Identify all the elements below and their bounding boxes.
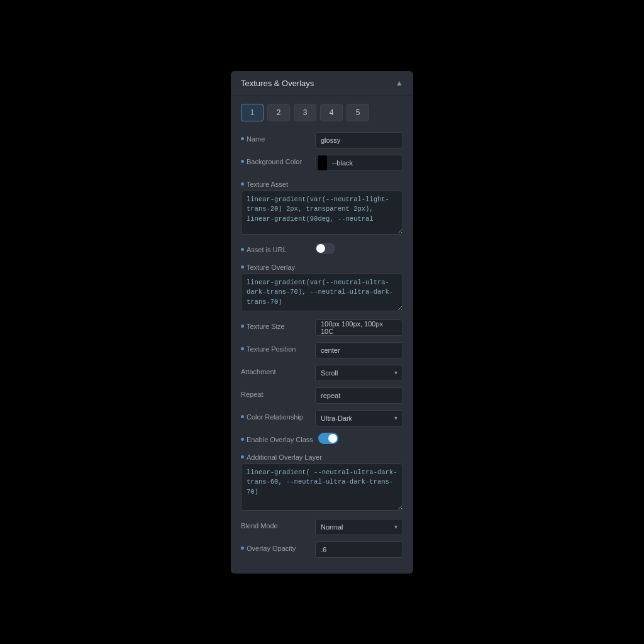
blend-mode-value: Normal ▾: [315, 519, 403, 535]
texture-size-dot: [241, 325, 244, 328]
bg-color-value: --black: [315, 155, 403, 171]
panel-title: Textures & Overlays: [241, 79, 314, 88]
color-relationship-field-row: Color Relationship Ultra-Dark ▾: [231, 407, 413, 430]
enable-overlay-dot: [241, 438, 244, 441]
additional-overlay-textarea[interactable]: linear-gradient( --neutral-ultra-dark-tr…: [241, 464, 403, 511]
blend-mode-select[interactable]: Normal ▾: [315, 519, 403, 535]
enable-overlay-toggle[interactable]: [318, 433, 338, 444]
bg-color-field-row: Background Color --black: [231, 152, 413, 174]
enable-overlay-label: Enable Overlay Class: [241, 433, 313, 443]
collapse-icon[interactable]: ▲: [396, 79, 403, 87]
texture-position-value: center: [315, 342, 403, 358]
bg-color-label: Background Color: [241, 155, 310, 165]
name-input[interactable]: glossy: [315, 132, 403, 148]
tab-row: 1 2 3 4 5: [231, 96, 413, 129]
texture-size-field-row: Texture Size 100px 100px, 100px 10C: [231, 316, 413, 339]
overlay-opacity-input[interactable]: .6: [315, 541, 403, 558]
texture-asset-dot: [241, 182, 244, 186]
overlay-opacity-dot: [241, 547, 244, 550]
name-value: glossy: [315, 132, 403, 148]
blend-mode-field-row: Blend Mode Normal ▾: [231, 516, 413, 538]
color-relationship-select[interactable]: Ultra-Dark ▾: [315, 410, 403, 426]
asset-url-label: Asset is URL: [241, 243, 310, 253]
asset-url-dot: [241, 248, 244, 251]
texture-position-label: Texture Position: [241, 342, 310, 353]
additional-overlay-field: Additional Overlay Layer linear-gradient…: [231, 447, 413, 516]
texture-size-input[interactable]: 100px 100px, 100px 10C: [315, 319, 403, 336]
texture-overlay-field: Texture Overlay linear-gradient(var(--ne…: [231, 257, 413, 316]
texture-overlay-textarea[interactable]: linear-gradient(var(--neutral-ultra-dark…: [241, 274, 403, 311]
overlay-opacity-label: Overlay Opacity: [241, 541, 310, 552]
overlay-opacity-field-row: Overlay Opacity .6: [231, 538, 413, 561]
enable-overlay-field-row: Enable Overlay Class: [231, 430, 413, 447]
asset-url-field-row: Asset is URL: [231, 240, 413, 257]
texture-size-value: 100px 100px, 100px 10C: [315, 319, 403, 336]
color-input-row[interactable]: --black: [315, 155, 403, 171]
additional-overlay-dot: [241, 455, 244, 458]
texture-position-input[interactable]: center: [315, 342, 403, 358]
name-field-row: Name glossy: [231, 129, 413, 152]
texture-position-dot: [241, 347, 244, 350]
texture-position-field-row: Texture Position center: [231, 339, 413, 362]
tab-3[interactable]: 3: [294, 104, 316, 121]
name-label: Name: [241, 132, 310, 143]
asset-url-toggle[interactable]: [315, 243, 335, 254]
repeat-field-row: Repeat repeat: [231, 384, 413, 407]
repeat-value: repeat: [315, 387, 403, 404]
repeat-input[interactable]: repeat: [315, 387, 403, 404]
texture-asset-textarea[interactable]: linear-gradient(var(--neutral-light-tran…: [241, 191, 403, 235]
color-swatch[interactable]: [318, 155, 327, 170]
textures-overlays-panel: Textures & Overlays ▲ 1 2 3 4 5 Name glo…: [231, 71, 413, 574]
attachment-arrow-icon: ▾: [394, 369, 397, 376]
toggle-knob: [316, 244, 325, 253]
texture-size-label: Texture Size: [241, 319, 310, 330]
color-relationship-arrow-icon: ▾: [394, 414, 397, 421]
blend-mode-arrow-icon: ▾: [394, 523, 397, 530]
attachment-value: Scroll ▾: [315, 365, 403, 381]
texture-overlay-label: Texture Overlay: [241, 260, 403, 271]
tab-5[interactable]: 5: [347, 104, 369, 121]
tab-1[interactable]: 1: [241, 104, 264, 121]
panel-header: Textures & Overlays ▲: [231, 71, 413, 96]
texture-overlay-dot: [241, 265, 244, 269]
color-relationship-dot: [241, 415, 244, 418]
color-relationship-value: Ultra-Dark ▾: [315, 410, 403, 426]
texture-asset-field: Texture Asset linear-gradient(var(--neut…: [231, 174, 413, 240]
enable-overlay-toggle-knob: [328, 434, 337, 443]
attachment-field-row: Attachment Scroll ▾: [231, 362, 413, 384]
attachment-select[interactable]: Scroll ▾: [315, 365, 403, 381]
additional-overlay-label: Additional Overlay Layer: [241, 450, 403, 461]
enable-overlay-toggle-container: [318, 433, 403, 444]
repeat-label: Repeat: [241, 387, 310, 398]
asset-url-toggle-container: [315, 243, 403, 254]
name-dot: [241, 137, 244, 140]
overlay-opacity-value: .6: [315, 541, 403, 558]
tab-2[interactable]: 2: [267, 104, 290, 121]
attachment-label: Attachment: [241, 365, 310, 375]
color-text: --black: [330, 159, 402, 167]
texture-asset-label: Texture Asset: [241, 177, 403, 188]
color-relationship-label: Color Relationship: [241, 410, 310, 421]
bg-color-dot: [241, 160, 244, 163]
tab-4[interactable]: 4: [320, 104, 343, 121]
blend-mode-label: Blend Mode: [241, 519, 310, 530]
